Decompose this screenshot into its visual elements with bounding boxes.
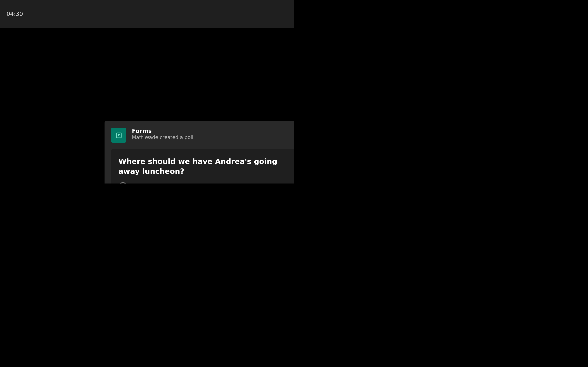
poll-question: Where should we have Andrea's going away…: [118, 157, 294, 176]
poll-popup: Forms Matt Wade created a poll Where sho…: [104, 121, 294, 184]
poll-app-name: Forms: [132, 128, 290, 134]
call-timer: 04:30: [7, 11, 23, 17]
forms-app-icon: [111, 128, 126, 143]
poll-subtitle: Matt Wade created a poll: [132, 134, 290, 140]
meeting-stage: Forms Matt Wade created a poll Where sho…: [0, 28, 294, 184]
radio-icon: [118, 182, 127, 184]
poll-option[interactable]: Johnny's: [118, 182, 294, 184]
option-label: Johnny's: [131, 183, 156, 184]
topbar: 04:30: [0, 0, 294, 28]
